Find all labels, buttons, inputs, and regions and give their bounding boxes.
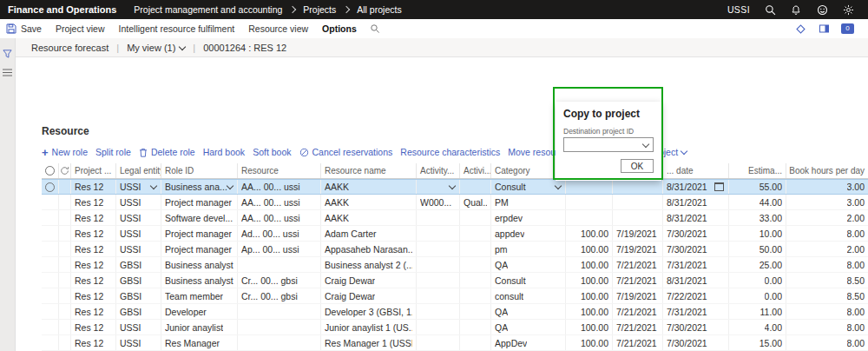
cell-project[interactable]: Res 12 <box>71 226 116 241</box>
cell-book[interactable]: 2.00 <box>786 242 868 256</box>
col-header-refresh[interactable] <box>59 163 71 178</box>
cell-category[interactable]: Consult <box>491 180 566 194</box>
menu-item-options[interactable]: Options <box>322 23 357 34</box>
cell-role[interactable]: Res Manager <box>161 335 238 350</box>
cell-project[interactable]: Res 12 <box>71 242 116 256</box>
cell-refresh[interactable] <box>59 226 71 241</box>
cell-legal[interactable]: USSI <box>116 335 161 350</box>
cell-to[interactable]: 7/30/2021 <box>663 242 729 256</box>
cell-from[interactable]: 7/21/2021 <box>613 320 663 334</box>
cell-activity[interactable] <box>417 320 460 334</box>
menu-item-project-view[interactable]: Project view <box>56 23 105 34</box>
cell-category[interactable]: Consult <box>491 273 566 288</box>
cell-resource[interactable]: Cr... 00... gbsi <box>238 288 321 303</box>
cell-activity2[interactable] <box>460 320 491 334</box>
cell-project[interactable]: Res 12 <box>71 195 116 209</box>
cell-estimate[interactable]: 10.00 <box>729 226 786 241</box>
cell-role[interactable]: Business analyst <box>161 257 238 272</box>
cell-sel[interactable] <box>42 335 59 350</box>
cell-legal[interactable]: USSI <box>116 210 161 225</box>
cell-refresh[interactable] <box>59 320 71 334</box>
action-soft-book[interactable]: Soft book <box>253 147 291 157</box>
cell-activity2[interactable] <box>460 180 491 194</box>
cell-activity[interactable] <box>417 304 460 319</box>
cell-resource_name[interactable]: Res Manager 1 (USSI... <box>321 335 417 350</box>
cell-refresh[interactable] <box>59 304 71 319</box>
cell-resource[interactable]: AA... 00... ussi <box>238 195 321 209</box>
cell-sel[interactable] <box>42 195 59 209</box>
search-icon[interactable] <box>764 3 776 16</box>
cell-sel[interactable] <box>42 210 59 225</box>
bell-icon[interactable] <box>790 3 802 16</box>
cell-resource_name[interactable]: AAKK <box>321 195 417 209</box>
cell-legal[interactable]: GBSI <box>116 288 161 303</box>
cell-resource_name[interactable]: Craig Dewar <box>321 288 417 303</box>
cell-resource_name[interactable]: AAKK <box>321 210 417 225</box>
table-row[interactable]: Res 12GBSIDeveloperDeveloper 3 (GBSI, 1.… <box>42 304 868 320</box>
cell-from[interactable]: 7/19/2021 <box>613 226 663 241</box>
cell-from[interactable] <box>613 195 663 209</box>
cell-activity[interactable] <box>417 242 460 256</box>
action-hard-book[interactable]: Hard book <box>203 147 245 157</box>
cell-sel[interactable] <box>42 257 59 272</box>
col-header-resource[interactable]: Resource <box>238 163 321 178</box>
open-in-new-window-icon[interactable] <box>794 23 806 35</box>
cell-sel[interactable] <box>42 226 59 241</box>
cell-refresh[interactable] <box>59 210 71 225</box>
cell-from[interactable]: 7/21/2021 <box>613 257 663 272</box>
chevron-down-icon[interactable] <box>449 182 456 189</box>
cell-book[interactable]: 3.00 <box>786 180 868 194</box>
table-row[interactable]: Res 12USSISoftware devel...AA... 00... u… <box>42 210 868 226</box>
toolbar-search-icon[interactable] <box>369 23 381 35</box>
col-header-book[interactable]: Book hours per day <box>786 163 868 178</box>
cell-project[interactable]: Res 12 <box>71 304 116 319</box>
cell-category[interactable]: consult <box>491 288 566 303</box>
cell-activity[interactable] <box>417 180 460 194</box>
cell-refresh[interactable] <box>59 195 71 209</box>
cell-refresh[interactable] <box>59 242 71 256</box>
chevron-down-icon[interactable] <box>555 182 562 189</box>
cell-estimate[interactable]: 55.00 <box>729 180 786 194</box>
cell-to[interactable]: 7/30/2021 <box>663 320 729 334</box>
cell-resource_name[interactable]: Developer 3 (GBSI, 1... <box>321 304 417 319</box>
cell-to[interactable]: 8/31/2021 <box>663 180 729 194</box>
cell-estimate[interactable]: 15.00 <box>729 335 786 350</box>
cell-pct[interactable]: 100.00 <box>566 257 613 272</box>
cell-pct[interactable]: 100.00 <box>566 288 613 303</box>
cell-estimate[interactable]: 0.00 <box>729 288 786 303</box>
cell-resource_name[interactable]: Adam Carter <box>321 226 417 241</box>
col-header-project[interactable]: Project ... <box>71 163 116 178</box>
cell-sel[interactable] <box>42 304 59 319</box>
col-header-sel[interactable] <box>42 163 59 178</box>
cell-legal[interactable]: USSI <box>116 226 161 241</box>
cell-activity2[interactable] <box>460 304 491 319</box>
cell-to[interactable]: 8/31/2021 <box>663 195 729 209</box>
cell-pct[interactable] <box>566 180 613 194</box>
menu-icon[interactable] <box>2 67 13 77</box>
cell-estimate[interactable]: 33.00 <box>729 210 786 225</box>
cell-book[interactable]: 8.00 <box>786 320 868 334</box>
company-label[interactable]: USSI <box>727 4 750 15</box>
cell-sel[interactable] <box>42 242 59 256</box>
cell-activity2[interactable] <box>460 335 491 350</box>
cell-project[interactable]: Res 12 <box>71 210 116 225</box>
refresh-icon[interactable] <box>60 166 69 176</box>
calendar-icon[interactable] <box>714 182 724 191</box>
row-selector-icon[interactable] <box>45 182 55 192</box>
cell-activity2[interactable]: Qual... <box>460 195 491 209</box>
cell-from[interactable]: 7/19/2021 <box>613 288 663 303</box>
select-all-icon[interactable] <box>45 166 55 176</box>
cell-activity[interactable]: W000... <box>417 195 460 209</box>
col-header-legal[interactable]: Legal entity <box>116 163 161 178</box>
cell-role[interactable]: Project manager <box>161 195 238 209</box>
view-selector[interactable]: My view (1) <box>127 43 185 53</box>
cell-activity[interactable] <box>417 335 460 350</box>
save-button[interactable]: Save <box>0 23 50 35</box>
cell-pct[interactable]: 100.00 <box>566 242 613 256</box>
action-delete-role[interactable]: Delete role <box>139 147 195 157</box>
menu-item-resource-view[interactable]: Resource view <box>248 23 308 34</box>
cell-pct[interactable]: 100.00 <box>566 304 613 319</box>
cell-resource[interactable] <box>238 335 321 350</box>
cell-resource_name[interactable]: Appasaheb Narasan... <box>321 242 417 256</box>
cell-to[interactable]: 7/22/2021 <box>663 288 729 303</box>
